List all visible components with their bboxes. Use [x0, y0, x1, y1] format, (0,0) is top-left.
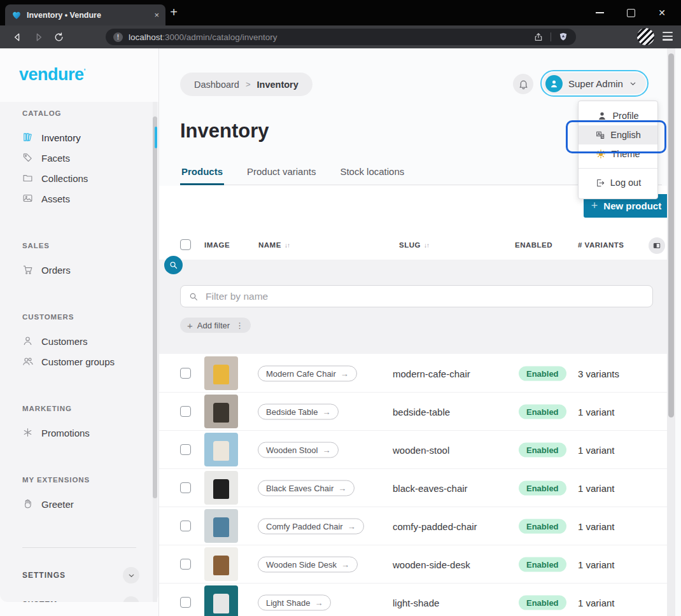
row-checkbox[interactable]: [180, 597, 191, 608]
row-checkbox[interactable]: [180, 444, 191, 455]
product-slug: modern-cafe-chair: [393, 368, 470, 379]
users-icon: [22, 356, 34, 367]
new-tab-button[interactable]: +: [164, 3, 183, 22]
reload-button[interactable]: [49, 25, 68, 48]
menu-item-profile[interactable]: Profile: [579, 106, 657, 125]
product-thumbnail[interactable]: [204, 509, 238, 543]
sidebar-item-assets[interactable]: Assets: [0, 188, 158, 209]
share-icon[interactable]: [533, 32, 544, 42]
sidebar-item-customers[interactable]: Customers: [0, 331, 158, 351]
product-thumbnail[interactable]: [204, 433, 238, 466]
forward-button[interactable]: [29, 25, 48, 48]
product-name-chip[interactable]: Modern Cafe Chair →: [258, 365, 357, 381]
variant-count: 1 variant: [578, 482, 615, 493]
product-name: Wooden Side Desk: [266, 559, 337, 569]
site-info-icon[interactable]: !: [113, 32, 123, 42]
sidebar-item-inventory[interactable]: Inventory: [0, 127, 158, 148]
product-thumbnail[interactable]: [204, 395, 238, 428]
tab-close-icon[interactable]: ×: [154, 10, 159, 20]
select-all-checkbox[interactable]: [180, 239, 191, 250]
arrow-right-icon: →: [322, 445, 330, 454]
column-settings-button[interactable]: [649, 237, 665, 254]
table-row-modern-cafe-chair: Modern Cafe Chair → modern-cafe-chair En…: [159, 354, 670, 393]
menu-item-theme[interactable]: Theme: [579, 144, 657, 164]
nav-section-label: MARKETING: [22, 405, 158, 415]
back-button[interactable]: [8, 25, 27, 48]
notifications-button[interactable]: [513, 74, 533, 94]
sidebar-item-greeter[interactable]: Greeter: [0, 494, 158, 514]
sidebar-item-label: Customer groups: [41, 356, 115, 367]
search-fab-button[interactable]: [164, 256, 183, 274]
product-slug: bedside-table: [393, 406, 450, 417]
sidebar-group-settings[interactable]: SETTINGS: [0, 561, 158, 590]
product-name-chip[interactable]: Black Eaves Chair →: [258, 480, 355, 496]
maximize-button[interactable]: [627, 9, 635, 17]
minimize-button[interactable]: [596, 12, 604, 13]
product-thumbnail[interactable]: [204, 547, 238, 581]
sidebar-group-system[interactable]: SYSTEM: [0, 590, 158, 602]
product-thumbnail[interactable]: [204, 356, 238, 390]
nav-section-label: MY EXTENSIONS: [22, 476, 158, 486]
sidebar-item-collections[interactable]: Collections: [0, 168, 158, 188]
tab-stock-locations[interactable]: Stock locations: [339, 160, 405, 185]
browser-tab-strip: Inventory • Vendure × + ✕: [0, 0, 681, 25]
user-menu-button[interactable]: Super Admin: [543, 73, 646, 94]
nav-section-my-extensions: MY EXTENSIONS Greeter: [0, 476, 158, 514]
add-filter-button[interactable]: + Add filter ⋮: [180, 318, 251, 333]
product-name-chip[interactable]: Wooden Side Desk →: [258, 556, 358, 572]
status-badge: Enabled: [519, 595, 566, 610]
table-row-wooden-stool: Wooden Stool → wooden-stool Enabled 1 va…: [159, 431, 670, 469]
kebab-icon[interactable]: ⋮: [235, 321, 244, 330]
chevron-down-icon[interactable]: [123, 567, 139, 584]
address-bar[interactable]: ! localhost:3000/admin/catalog/inventory: [106, 29, 576, 45]
active-nav-indicator: [155, 127, 157, 148]
main-scrollbar-thumb[interactable]: [668, 53, 674, 417]
product-thumbnail[interactable]: [204, 585, 238, 616]
brave-shield-icon[interactable]: [558, 32, 568, 42]
breadcrumb: Dashboard > Inventory: [180, 73, 312, 96]
product-thumbnail[interactable]: [204, 471, 238, 505]
product-name-chip[interactable]: Bedside Table →: [258, 403, 339, 419]
sidebar-item-orders[interactable]: Orders: [0, 260, 158, 280]
tab-products[interactable]: Products: [180, 160, 224, 185]
product-name-chip[interactable]: Wooden Stool →: [258, 442, 339, 458]
vendure-favicon-icon: [11, 10, 22, 20]
product-name-chip[interactable]: Light Shade →: [258, 594, 331, 610]
table-row-comfy-padded-chair: Comfy Padded Chair → comfy-padded-chair …: [159, 507, 670, 545]
browser-profile-avatar[interactable]: [637, 28, 654, 45]
col-header-slug[interactable]: SLUG↓↑: [399, 241, 429, 249]
search-icon: [169, 260, 178, 270]
product-name-chip[interactable]: Comfy Padded Chair →: [258, 518, 364, 534]
col-header-name[interactable]: NAME↓↑: [258, 241, 290, 249]
menu-item-log-out[interactable]: Log out: [579, 173, 657, 192]
hand-icon: [22, 498, 34, 510]
sidebar-item-customer-groups[interactable]: Customer groups: [0, 351, 158, 372]
browser-menu-icon[interactable]: [663, 32, 673, 41]
browser-tab[interactable]: Inventory • Vendure ×: [5, 4, 165, 25]
chevron-down-icon[interactable]: [123, 596, 139, 602]
vendure-logo[interactable]: vendure’: [19, 65, 85, 85]
row-checkbox[interactable]: [180, 368, 191, 379]
product-slug: wooden-side-desk: [393, 559, 470, 570]
sidebar-item-promotions[interactable]: Promotions: [0, 423, 158, 443]
row-checkbox[interactable]: [180, 482, 191, 493]
table-row-black-eaves-chair: Black Eaves Chair → black-eaves-chair En…: [159, 469, 670, 507]
window-close-button[interactable]: ✕: [658, 8, 666, 17]
main-scrollbar-track[interactable]: [667, 48, 675, 616]
breadcrumb-dashboard[interactable]: Dashboard: [194, 80, 239, 90]
row-checkbox[interactable]: [180, 559, 191, 570]
library-icon: [22, 132, 34, 143]
menu-item-english[interactable]: English: [579, 125, 657, 144]
breadcrumb-inventory[interactable]: Inventory: [257, 80, 298, 90]
row-checkbox[interactable]: [180, 521, 191, 531]
nav-section-customers: CUSTOMERS Customers Customer groups: [0, 313, 158, 372]
user-avatar: [545, 75, 563, 92]
filter-input[interactable]: [204, 290, 645, 303]
sidebar-item-facets[interactable]: Facets: [0, 148, 158, 168]
tab-product-variants[interactable]: Product variants: [246, 160, 317, 185]
row-checkbox[interactable]: [180, 406, 191, 417]
product-name: Black Eaves Chair: [266, 483, 333, 493]
sidebar-item-label: Inventory: [41, 132, 81, 143]
sidebar-scrollbar-thumb[interactable]: [153, 116, 157, 498]
variant-count: 1 variant: [578, 521, 615, 531]
